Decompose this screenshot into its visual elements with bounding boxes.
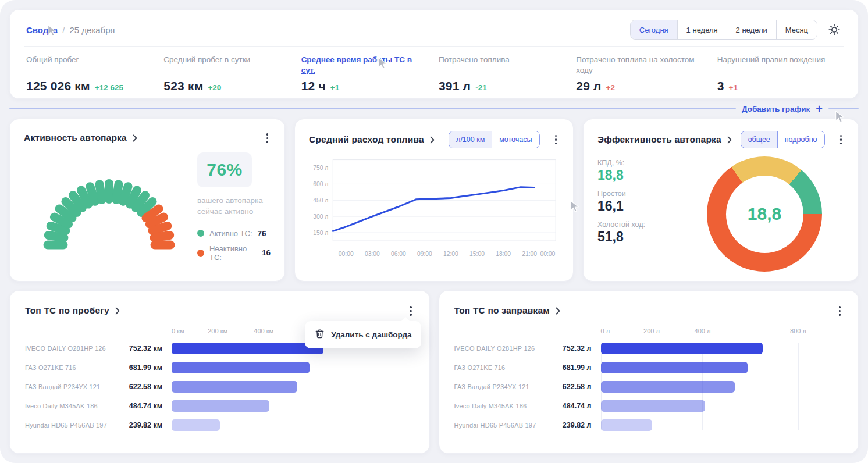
breadcrumb-section-link[interactable]: Сводка (26, 25, 58, 35)
efficiency-donut-chart: 18,8 (707, 156, 822, 272)
svg-text:21:00: 21:00 (522, 251, 537, 257)
stat-delta: +20 (208, 83, 221, 92)
card-title: Эффективность автопарка (597, 134, 721, 145)
legend-label: Неактивно ТС: (209, 244, 257, 262)
period-tab[interactable]: 2 недели (727, 20, 777, 39)
vehicle-name: Hyundai HD65 P456AB 197 (454, 422, 547, 429)
efficiency-view-tab[interactable]: общее (741, 131, 777, 148)
add-chart-link[interactable]: Добавить график (742, 105, 810, 113)
efficiency-stat-label: КПД, %: (597, 159, 685, 167)
vehicle-value: 239.82 км (118, 421, 172, 429)
bar (172, 362, 310, 373)
svg-text:300 л: 300 л (313, 213, 328, 220)
fuel-line-chart: 750 л600 л450 л300 л150 л00:0003:0006:00… (309, 154, 559, 268)
stat-delta: +12 625 (95, 83, 123, 92)
legend-item: Активно ТС:76 (197, 229, 271, 238)
kebab-menu-icon[interactable] (264, 131, 271, 145)
vehicle-name: ГАЗ O271KE 716 (25, 364, 118, 371)
card-title: Средний расход топлива (309, 134, 424, 145)
chevron-right-icon[interactable] (133, 134, 137, 142)
efficiency-stat-label: Простои (597, 190, 685, 198)
svg-text:600 л: 600 л (313, 181, 328, 187)
period-switcher: Сегодня1 неделя2 неделиМесяц (630, 20, 817, 40)
legend-dot (197, 250, 204, 257)
vehicle-row: Iveco Daily M345AK 186484.74 км (25, 400, 172, 412)
vehicle-value: 681.99 км (118, 364, 172, 372)
vehicle-name: ГАЗ O271KE 716 (454, 364, 547, 371)
fuel-unit-tab[interactable]: л/100 км (449, 131, 492, 148)
stat-label: Средний пробег в сутки (163, 55, 288, 75)
stat-value: 523 км (163, 79, 203, 93)
top-refuels-chart: IVECO DAILY O281HP 126752.32 лГАЗ O271KE… (454, 325, 844, 431)
summary-stat: Средний пробег в сутки523 км+20 (163, 55, 288, 93)
vehicle-name: Hyundai HD65 P456AB 197 (25, 422, 118, 429)
period-tab[interactable]: Месяц (777, 20, 817, 39)
stat-value: 3 (717, 79, 724, 93)
vehicle-name: ГАЗ Валдай P234УХ 121 (454, 383, 547, 390)
kebab-menu-icon[interactable] (838, 133, 845, 147)
kebab-menu-icon[interactable] (407, 304, 414, 318)
legend-dot (197, 230, 204, 237)
svg-text:06:00: 06:00 (391, 251, 406, 257)
context-menu-delete-from-dashboard[interactable]: Удалить с дашборда (305, 321, 421, 348)
legend-item: Неактивно ТС:16 (197, 244, 271, 262)
kebab-menu-icon[interactable] (553, 133, 560, 147)
legend-label: Активно ТС: (209, 229, 252, 238)
card-fleet-efficiency: Эффективность автопарка общееподробно КП… (583, 119, 859, 282)
vehicle-row: ГАЗ Валдай P234УХ 121622.58 л (454, 381, 601, 393)
vehicle-row: Hyundai HD65 P456AB 197239.82 л (454, 419, 601, 431)
stat-value: 391 л (439, 79, 471, 93)
axis-tick-label: 200 л (643, 327, 660, 334)
bar (601, 362, 748, 373)
stat-label: Нарушений правил вождения (717, 55, 842, 75)
activity-gauge-chart (24, 149, 194, 263)
chevron-right-icon[interactable] (115, 307, 120, 315)
vehicle-value: 622.58 км (118, 383, 172, 391)
bar (172, 400, 269, 412)
settings-gear-icon[interactable] (827, 22, 842, 37)
stat-delta: -21 (475, 83, 487, 92)
activity-caption: вашего автопарка сейчас активно (197, 195, 271, 218)
stat-delta: +1 (729, 83, 738, 92)
summary-stat: Среднее время работы ТС в сут.12 ч+1 (301, 55, 426, 93)
legend-value: 16 (262, 248, 271, 257)
vehicle-value: 752.32 км (118, 344, 172, 352)
efficiency-stat-value: 51,8 (597, 229, 685, 245)
axis-tick-label: 400 км (254, 327, 273, 334)
stat-delta: +1 (330, 83, 339, 92)
chevron-right-icon[interactable] (727, 136, 732, 144)
vehicle-name: Iveco Daily M345AK 186 (25, 403, 118, 409)
axis-tick-label: 0 л (601, 327, 610, 334)
vehicle-row: Iveco Daily M345AK 186484.74 л (454, 400, 601, 412)
donut-center-value: 18,8 (726, 176, 803, 253)
bar (601, 419, 653, 431)
legend-value: 76 (258, 229, 266, 238)
summary-stats: Общий пробег125 026 км+12 625Средний про… (26, 55, 842, 93)
bar (172, 343, 323, 354)
kebab-menu-icon[interactable] (837, 304, 844, 318)
bar (601, 343, 763, 354)
stat-label: Потрачено топлива на холостом ходу (576, 55, 704, 75)
efficiency-view-tab[interactable]: подробно (777, 131, 824, 148)
vehicle-value: 752.32 л (547, 344, 601, 352)
card-top-mileage: Топ ТС по пробегу Удалить с дашборда (9, 290, 430, 454)
stat-label-link[interactable]: Среднее время работы ТС в сут. (301, 55, 426, 75)
plus-icon[interactable]: + (816, 103, 823, 115)
vehicle-value: 681.99 л (547, 364, 601, 372)
vehicle-value: 239.82 л (547, 421, 601, 429)
divider-line (828, 108, 859, 109)
summary-panel: Сводка / 25 декабря Сегодня1 неделя2 нед… (9, 9, 859, 99)
vehicle-row: ГАЗ Валдай P234УХ 121622.58 км (25, 381, 172, 393)
chevron-right-icon[interactable] (430, 136, 435, 144)
efficiency-stat-value: 16,1 (597, 198, 685, 214)
summary-stat: Нарушений правил вождения3+1 (717, 55, 842, 93)
card-avg-fuel: Средний расход топлива л/100 кммоточасы … (294, 119, 574, 282)
period-tab[interactable]: 1 неделя (678, 20, 727, 39)
chevron-right-icon[interactable] (556, 307, 560, 315)
card-title: Топ ТС по пробегу (25, 305, 109, 316)
fuel-unit-tab[interactable]: моточасы (492, 131, 539, 148)
stat-value: 29 л (576, 79, 601, 93)
period-tab[interactable]: Сегодня (631, 20, 678, 39)
vehicle-value: 622.58 л (547, 383, 601, 391)
vehicle-value: 484.74 л (547, 402, 601, 410)
